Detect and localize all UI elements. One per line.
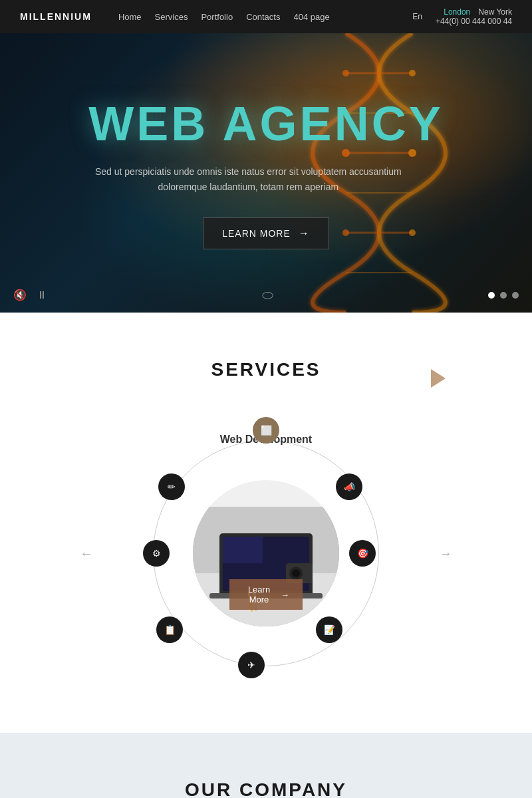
service-icon-design[interactable]: ✏ <box>158 473 185 500</box>
tools-icon: ⚙ <box>152 548 161 559</box>
seo-icon: 🎯 <box>357 548 368 559</box>
services-section: SERVICES ← → Web Development <box>0 313 532 733</box>
services-title: SERVICES <box>0 359 532 380</box>
hero-left-controls: 🔇 ⏸ <box>13 289 47 301</box>
hero-section: WEB AGENCY Sed ut perspiciatis unde omni… <box>0 33 532 313</box>
hero-content: WEB AGENCY Sed ut perspiciatis unde omni… <box>88 96 443 249</box>
hero-dot-3[interactable] <box>512 292 519 299</box>
hero-dots <box>488 292 519 299</box>
services-learn-more-button[interactable]: Learn More → <box>229 579 303 610</box>
hero-cta-label: Learn More <box>222 228 291 239</box>
video-icon: ⬜ <box>261 425 272 436</box>
hero-pause-button[interactable]: ⏸ <box>37 289 47 301</box>
svg-point-6 <box>342 70 349 76</box>
nav-404[interactable]: 404 page <box>293 12 329 22</box>
hero-subtitle: Sed ut perspiciatis unde omnis iste natu… <box>88 164 408 194</box>
services-circle-diagram: Web Development <box>126 414 406 693</box>
hero-cta-button[interactable]: Learn More → <box>203 217 329 249</box>
service-icon-tools[interactable]: ⚙ <box>143 540 170 567</box>
city-london: London <box>444 7 470 17</box>
hero-dot-2[interactable] <box>500 292 507 299</box>
services-center-circle: Learn More → <box>193 480 339 626</box>
navbar: MILLENNIUM Home Services Portfolio Conta… <box>0 0 532 33</box>
design-icon: ✏ <box>168 481 176 492</box>
seo2-icon: ✈ <box>247 660 255 670</box>
lang-selector[interactable]: En <box>412 12 422 21</box>
city-newyork: New York <box>478 7 512 17</box>
service-icon-seo[interactable]: 🎯 <box>349 540 376 567</box>
hero-cta-arrow-icon: → <box>299 227 310 239</box>
nav-services[interactable]: Services <box>155 12 188 22</box>
hero-mute-button[interactable]: 🔇 <box>13 289 27 301</box>
navbar-phone: +44(0) 00 444 000 44 <box>436 17 512 26</box>
svg-point-20 <box>292 569 300 577</box>
service-icon-video[interactable]: ⬜ <box>253 417 279 444</box>
service-icon-seo2[interactable]: ✈ <box>238 652 265 678</box>
company-title: OUR COMPANY <box>0 779 532 798</box>
services-learn-more-label: Learn More <box>243 585 275 604</box>
nav-home[interactable]: Home <box>118 12 142 22</box>
hero-dot-1[interactable] <box>488 292 495 299</box>
company-section: OUR COMPANY <box>0 733 532 798</box>
services-play-icon[interactable] <box>431 369 446 388</box>
svg-rect-16 <box>223 537 263 563</box>
services-learn-more-arrow-icon: → <box>281 590 289 600</box>
mouse-icon: ⬭ <box>262 287 273 303</box>
hero-scroll-indicator: ⬭ <box>262 287 273 303</box>
nav-contacts[interactable]: Contacts <box>246 12 280 22</box>
service-icon-docs[interactable]: 📋 <box>156 616 183 643</box>
navbar-right: London New York +44(0) 00 444 000 44 <box>436 7 512 26</box>
hero-title: WEB AGENCY <box>88 96 443 151</box>
service-icon-marketing[interactable]: 📣 <box>336 473 362 500</box>
hero-controls: 🔇 ⏸ ⬭ <box>0 287 532 303</box>
navbar-cities: London New York <box>444 7 512 17</box>
service-icon-writing[interactable]: 📝 <box>316 616 342 643</box>
docs-icon: 📋 <box>164 624 176 635</box>
svg-point-7 <box>409 70 416 76</box>
services-diagram-wrapper: ← → Web Development <box>100 414 432 693</box>
navbar-links: Home Services Portfolio Contacts 404 pag… <box>118 12 412 22</box>
services-next-button[interactable]: → <box>439 546 452 561</box>
services-prev-button[interactable]: ← <box>80 546 93 561</box>
writing-icon: 📝 <box>324 624 335 635</box>
marketing-icon: 📣 <box>344 481 355 492</box>
nav-portfolio[interactable]: Portfolio <box>201 12 233 22</box>
navbar-logo: MILLENNIUM <box>20 11 92 22</box>
